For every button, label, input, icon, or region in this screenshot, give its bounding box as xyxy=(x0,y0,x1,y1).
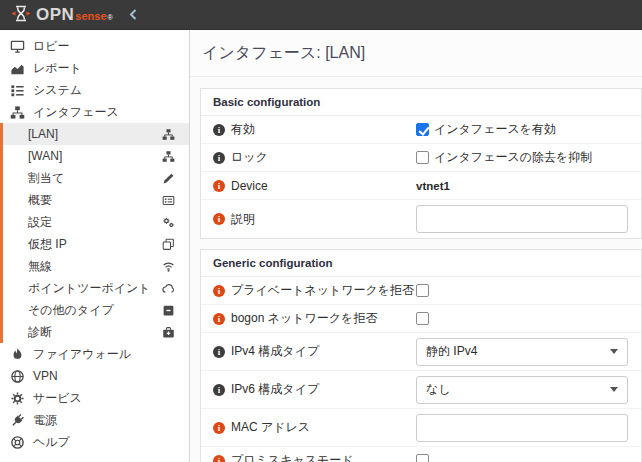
help-life-ring-icon xyxy=(10,435,25,450)
opnsense-logo[interactable]: OPNsense® xyxy=(10,5,113,25)
field-label: MAC アドレス xyxy=(231,419,310,436)
services-gear-icon xyxy=(10,391,25,406)
ipv6-type-select[interactable]: なし xyxy=(416,376,628,404)
block-private-checkbox[interactable] xyxy=(416,284,429,297)
form-row-ipv4-type: IPv4 構成タイプ 静的 IPv4 xyxy=(201,333,641,371)
mac-address-input[interactable] xyxy=(416,414,628,442)
info-icon[interactable] xyxy=(213,152,225,164)
sidebar-item-label: 電源 xyxy=(33,412,57,429)
checkbox-label: インタフェースの除去を抑制 xyxy=(434,149,592,166)
sidebar-item-label: VPN xyxy=(33,369,58,383)
field-label: IPv4 構成タイプ xyxy=(231,343,319,360)
sidebar-item-lobby[interactable]: ロビー xyxy=(0,35,189,57)
sidebar-item-label: サービス xyxy=(33,390,82,407)
info-icon[interactable] xyxy=(213,384,225,396)
sitemap-icon xyxy=(162,150,175,163)
field-label: プライベートネットワークを拒否 xyxy=(231,282,414,299)
power-plug-icon xyxy=(10,413,25,428)
form-row-block-bogon: bogon ネットワークを拒否 xyxy=(201,305,641,333)
field-label: プロミスキャスモード xyxy=(231,452,354,462)
lobby-icon xyxy=(10,39,25,54)
sidebar-item-reports[interactable]: レポート xyxy=(0,57,189,79)
block-bogon-checkbox[interactable] xyxy=(416,312,429,325)
field-label: 有効 xyxy=(231,121,255,138)
form-row-lock: ロック インタフェースの除去を抑制 xyxy=(201,144,641,172)
submenu-item-lan[interactable]: [LAN] xyxy=(3,123,189,145)
form-row-enabled: 有効 インタフェースを有効 xyxy=(201,116,641,144)
submenu-item-wireless[interactable]: 無線 xyxy=(3,255,189,277)
interfaces-submenu: [LAN] [WAN] 割当て 概要 xyxy=(0,123,189,343)
clone-icon xyxy=(162,238,175,251)
promiscuous-checkbox[interactable] xyxy=(416,454,429,462)
chevron-left-icon xyxy=(129,9,137,20)
pencil-icon xyxy=(162,172,175,185)
sidebar-item-services[interactable]: サービス xyxy=(0,387,189,409)
description-input[interactable] xyxy=(416,205,628,233)
form-row-block-private: プライベートネットワークを拒否 xyxy=(201,277,641,305)
minus-square-icon xyxy=(162,304,175,317)
system-icon xyxy=(10,83,25,98)
chevron-down-icon xyxy=(610,349,618,354)
interfaces-icon xyxy=(10,105,25,120)
ipv4-type-select[interactable]: 静的 IPv4 xyxy=(416,338,628,366)
info-icon[interactable] xyxy=(213,213,225,225)
hourglass-logo-icon xyxy=(10,5,32,25)
sidebar-item-interfaces[interactable]: インタフェース xyxy=(0,101,189,123)
reports-icon xyxy=(10,61,25,76)
submenu-item-label: [LAN] xyxy=(28,127,58,141)
info-icon[interactable] xyxy=(213,422,225,434)
submenu-item-point-to-point[interactable]: ポイントツーポイント xyxy=(3,277,189,299)
form-row-description: 説明 xyxy=(201,200,641,238)
chevron-down-icon xyxy=(610,387,618,392)
form-row-promiscuous: プロミスキャスモード xyxy=(201,447,641,462)
lock-checkbox[interactable] xyxy=(416,151,429,164)
submenu-item-label: ポイントツーポイント xyxy=(28,280,151,297)
form-row-mac-address: MAC アドレス xyxy=(201,409,641,447)
select-value: なし xyxy=(426,381,451,398)
sidebar-item-power[interactable]: 電源 xyxy=(0,409,189,431)
sidebar-item-label: インタフェース xyxy=(33,104,119,121)
field-label: IPv6 構成タイプ xyxy=(231,381,319,398)
sidebar-item-label: レポート xyxy=(33,60,82,77)
enabled-checkbox[interactable] xyxy=(416,123,429,136)
submenu-item-wan[interactable]: [WAN] xyxy=(3,145,189,167)
sidebar-item-system[interactable]: システム xyxy=(0,79,189,101)
wifi-icon xyxy=(162,260,175,273)
submenu-item-diagnostics[interactable]: 診断 xyxy=(3,321,189,343)
submenu-item-label: 割当て xyxy=(28,170,64,187)
logo-registered-mark: ® xyxy=(108,14,113,21)
submenu-item-virtual-ips[interactable]: 仮想 IP xyxy=(3,233,189,255)
submenu-item-settings[interactable]: 設定 xyxy=(3,211,189,233)
sitemap-icon xyxy=(162,128,175,141)
sidebar-collapse-button[interactable] xyxy=(129,9,137,20)
field-label: 説明 xyxy=(231,211,255,228)
page-title: インタフェース: [LAN] xyxy=(190,30,642,77)
submenu-item-overview[interactable]: 概要 xyxy=(3,189,189,211)
info-icon[interactable] xyxy=(213,180,225,192)
select-value: 静的 IPv4 xyxy=(426,343,477,360)
sidebar-item-vpn[interactable]: VPN xyxy=(0,365,189,387)
submenu-item-label: 診断 xyxy=(28,324,52,341)
basic-configuration-panel: Basic configuration 有効 インタフェースを有効 ロック xyxy=(200,88,642,239)
info-icon[interactable] xyxy=(213,346,225,358)
submenu-item-label: 設定 xyxy=(28,214,52,231)
top-bar: OPNsense® xyxy=(0,0,642,30)
info-icon[interactable] xyxy=(213,124,225,136)
sidebar-item-firewall[interactable]: ファイアウォール xyxy=(0,343,189,365)
submenu-item-other-types[interactable]: その他のタイプ xyxy=(3,299,189,321)
info-icon[interactable] xyxy=(213,455,225,462)
field-label: bogon ネットワークを拒否 xyxy=(231,310,377,327)
main-content: インタフェース: [LAN] Basic configuration 有効 イン… xyxy=(190,30,642,462)
sidebar-item-label: ヘルプ xyxy=(33,434,70,451)
field-label: ロック xyxy=(231,149,268,166)
vpn-globe-icon xyxy=(10,369,25,384)
sidebar-item-label: システム xyxy=(33,82,82,99)
logo-text-opn: OPN xyxy=(36,5,74,25)
info-icon[interactable] xyxy=(213,285,225,297)
gears-icon xyxy=(162,216,175,229)
submenu-item-label: 無線 xyxy=(28,258,52,275)
device-value: vtnet1 xyxy=(416,180,450,192)
sidebar-item-help[interactable]: ヘルプ xyxy=(0,431,189,453)
info-icon[interactable] xyxy=(213,313,225,325)
submenu-item-assignments[interactable]: 割当て xyxy=(3,167,189,189)
